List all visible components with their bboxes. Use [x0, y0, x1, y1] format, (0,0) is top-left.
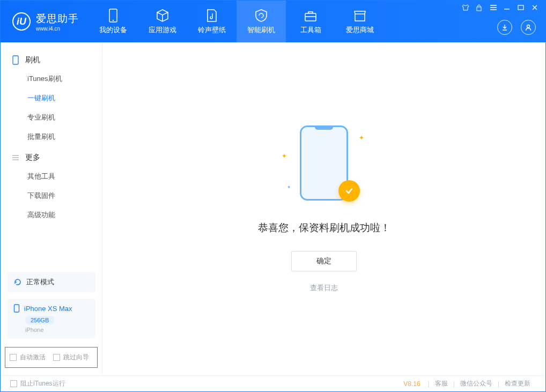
window-controls	[462, 4, 540, 11]
version-label: V8.16	[403, 380, 420, 388]
section-title: 更多	[25, 153, 40, 162]
refresh-icon	[13, 278, 22, 286]
checkbox-icon	[10, 380, 17, 387]
checkbox-icon	[10, 354, 17, 361]
device-name-row: iPhone XS Max	[13, 304, 89, 313]
user-icon[interactable]	[521, 20, 536, 35]
checkbox-label: 阻止iTunes运行	[20, 379, 65, 388]
device-icon	[11, 56, 20, 64]
tab-my-device[interactable]: 我的设备	[88, 1, 138, 42]
sidebar-item-oneclick-flash[interactable]: 一键刷机	[1, 88, 102, 108]
svg-point-5	[527, 25, 530, 28]
highlighted-checkboxes: 自动激活 跳过向导	[5, 347, 98, 368]
maximize-icon[interactable]	[518, 4, 526, 11]
mode-label: 正常模式	[26, 277, 54, 287]
cube-icon	[156, 9, 169, 23]
section-header-flash: 刷机	[1, 51, 102, 69]
sidebar-item-download-firmware[interactable]: 下载固件	[1, 186, 102, 205]
music-file-icon	[205, 9, 219, 23]
app-site: www.i4.cn	[36, 26, 79, 32]
svg-rect-6	[13, 56, 18, 64]
checkbox-auto-activate[interactable]: 自动激活	[10, 353, 46, 362]
mode-box[interactable]: 正常模式	[7, 272, 95, 292]
list-icon	[11, 153, 20, 162]
sparkle-icon: ✦	[287, 184, 291, 190]
svg-rect-2	[305, 13, 316, 21]
device-name: iPhone XS Max	[24, 305, 72, 313]
sidebar: 刷机 iTunes刷机 一键刷机 专业刷机 批量刷机 更多 其他工具 下载固件 …	[1, 42, 102, 375]
checkbox-icon	[53, 354, 60, 361]
close-icon[interactable]	[532, 4, 540, 11]
success-check-icon	[338, 180, 360, 202]
footer-link-update[interactable]: 检查更新	[505, 379, 530, 388]
header: iU 爱思助手 www.i4.cn 我的设备 应用游戏 铃声壁纸 智能刷机	[1, 1, 545, 42]
tab-label: 工具箱	[300, 25, 321, 35]
tab-label: 智能刷机	[247, 25, 275, 35]
logo-text: 爱思助手 www.i4.cn	[36, 12, 79, 32]
svg-rect-3	[477, 7, 481, 11]
checkbox-block-itunes[interactable]: 阻止iTunes运行	[10, 379, 65, 388]
tab-label: 应用游戏	[149, 25, 176, 35]
footer: 阻止iTunes运行 V8.16 | 客服 | 微信公众号 | 检查更新	[1, 375, 545, 391]
checkbox-skip-guide[interactable]: 跳过向导	[53, 353, 89, 362]
toolbox-icon	[304, 9, 318, 23]
tab-smart-flash[interactable]: 智能刷机	[237, 1, 286, 42]
phone-icon	[106, 9, 120, 23]
shield-refresh-icon	[254, 9, 268, 23]
view-log-link[interactable]: 查看日志	[310, 283, 338, 293]
sidebar-section-flash: 刷机 iTunes刷机 一键刷机 专业刷机 批量刷机	[1, 51, 102, 149]
body: 刷机 iTunes刷机 一键刷机 专业刷机 批量刷机 更多 其他工具 下载固件 …	[1, 42, 545, 375]
success-illustration: ✦ ✦ ✦	[289, 125, 359, 206]
device-type: iPhone	[25, 327, 89, 333]
sidebar-item-advanced[interactable]: 高级功能	[1, 205, 102, 225]
tab-store[interactable]: 爱思商城	[335, 1, 385, 42]
lock-icon[interactable]	[476, 4, 484, 11]
capacity-badge: 256GB	[25, 316, 54, 324]
svg-point-1	[113, 19, 114, 20]
device-box[interactable]: iPhone XS Max 256GB iPhone	[7, 299, 95, 338]
phone-small-icon	[13, 304, 20, 313]
sidebar-item-batch-flash[interactable]: 批量刷机	[1, 127, 102, 146]
tab-toolbox[interactable]: 工具箱	[286, 1, 335, 42]
checkbox-label: 跳过向导	[63, 353, 89, 362]
svg-rect-7	[14, 305, 19, 312]
logo-icon: iU	[12, 12, 31, 31]
download-icon[interactable]	[497, 20, 512, 35]
store-icon	[353, 9, 367, 23]
checkbox-label: 自动激活	[20, 353, 46, 362]
sparkle-icon: ✦	[282, 152, 287, 160]
app-name: 爱思助手	[36, 12, 79, 26]
footer-link-wechat[interactable]: 微信公众号	[460, 379, 492, 388]
sidebar-section-more: 更多 其他工具 下载固件 高级功能	[1, 149, 102, 227]
tab-apps-games[interactable]: 应用游戏	[138, 1, 187, 42]
app-window: iU 爱思助手 www.i4.cn 我的设备 应用游戏 铃声壁纸 智能刷机	[0, 0, 546, 392]
sidebar-item-itunes-flash[interactable]: iTunes刷机	[1, 69, 102, 88]
tab-label: 爱思商城	[346, 25, 374, 35]
section-title: 刷机	[25, 55, 40, 65]
minimize-icon[interactable]	[504, 4, 512, 11]
menu-icon[interactable]	[490, 4, 498, 11]
ok-button[interactable]: 确定	[291, 251, 357, 271]
sidebar-item-other-tools[interactable]: 其他工具	[1, 167, 102, 186]
tab-label: 铃声壁纸	[198, 25, 226, 35]
svg-rect-4	[518, 5, 523, 10]
success-message: 恭喜您，保资料刷机成功啦！	[258, 221, 390, 235]
header-actions	[497, 20, 536, 35]
sparkle-icon: ✦	[359, 134, 364, 142]
main-content: ✦ ✦ ✦ 恭喜您，保资料刷机成功啦！ 确定 查看日志	[102, 42, 545, 375]
tab-ringtone-wallpaper[interactable]: 铃声壁纸	[187, 1, 237, 42]
logo-area: iU 爱思助手 www.i4.cn	[1, 12, 88, 32]
shirt-icon[interactable]	[462, 4, 470, 11]
footer-link-service[interactable]: 客服	[435, 379, 448, 388]
section-header-more: 更多	[1, 149, 102, 167]
nav-tabs: 我的设备 应用游戏 铃声壁纸 智能刷机 工具箱 爱思商城	[88, 1, 385, 42]
tab-label: 我的设备	[99, 25, 127, 35]
sidebar-item-pro-flash[interactable]: 专业刷机	[1, 108, 102, 127]
